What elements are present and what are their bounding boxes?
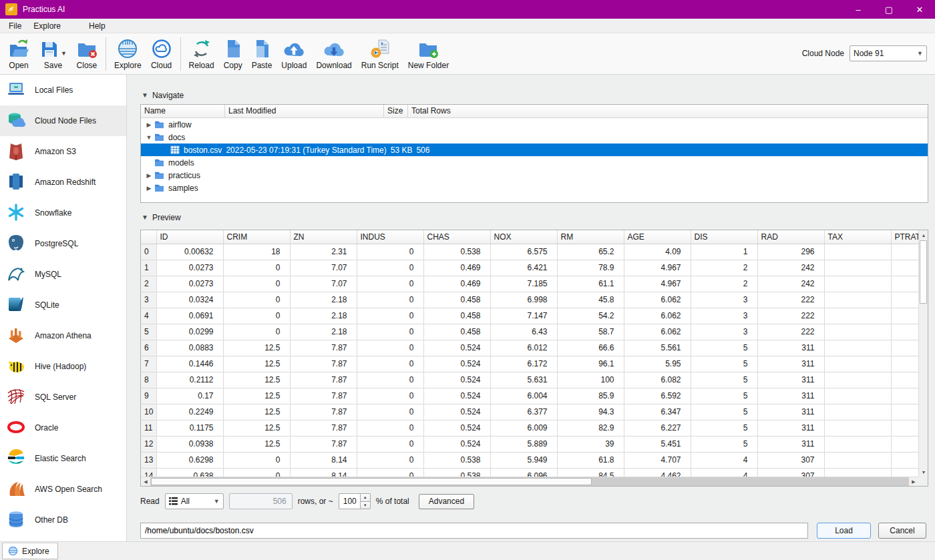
- download-button[interactable]: Download: [311, 36, 356, 71]
- preview-cell[interactable]: 6.062: [624, 324, 691, 340]
- reload-button[interactable]: Reload: [184, 36, 219, 71]
- preview-cell[interactable]: 65.2: [557, 244, 624, 260]
- preview-cell[interactable]: [891, 308, 918, 324]
- scroll-down-icon[interactable]: ▼: [919, 467, 928, 477]
- preview-cell[interactable]: 0: [223, 452, 290, 468]
- preview-cell[interactable]: 0.0273: [156, 260, 223, 276]
- preview-cell[interactable]: [824, 436, 891, 452]
- preview-cell[interactable]: 0.469: [423, 260, 490, 276]
- sidebar-item-oracle[interactable]: Oracle: [0, 412, 126, 443]
- preview-cell[interactable]: 5.631: [490, 372, 557, 388]
- percent-value[interactable]: 100: [339, 493, 360, 509]
- preview-cell[interactable]: [824, 468, 891, 477]
- preview-cell[interactable]: [891, 276, 918, 292]
- preview-cell[interactable]: 5: [691, 372, 757, 388]
- preview-cell[interactable]: 5: [691, 404, 757, 420]
- preview-cell[interactable]: 0: [223, 276, 290, 292]
- preview-cell[interactable]: 311: [757, 436, 824, 452]
- sidebar-item-amazon-redshift[interactable]: Amazon Redshift: [0, 167, 126, 198]
- row-index-cell[interactable]: 11: [141, 420, 156, 436]
- preview-cell[interactable]: [891, 388, 918, 404]
- preview-cell[interactable]: 39: [557, 436, 624, 452]
- preview-cell[interactable]: 100: [557, 372, 624, 388]
- preview-cell[interactable]: 0.538: [423, 452, 490, 468]
- preview-cell[interactable]: 0.0691: [156, 308, 223, 324]
- tree-row-samples[interactable]: ▶ samples: [141, 182, 928, 194]
- scroll-right-icon[interactable]: ▶: [909, 477, 918, 487]
- preview-cell[interactable]: 7.07: [290, 276, 357, 292]
- preview-cell[interactable]: 0: [223, 324, 290, 340]
- run-script-button[interactable]: Run Script: [357, 36, 403, 71]
- preview-cell[interactable]: 0.524: [423, 420, 490, 436]
- preview-cell[interactable]: 0.0273: [156, 276, 223, 292]
- preview-cell[interactable]: 8.14: [290, 452, 357, 468]
- preview-column-header-age[interactable]: AGE: [624, 230, 691, 244]
- preview-cell[interactable]: 8.14: [290, 468, 357, 477]
- preview-cell[interactable]: 84.5: [557, 468, 624, 477]
- preview-cell[interactable]: 0.17: [156, 388, 223, 404]
- preview-cell[interactable]: 6.062: [624, 308, 691, 324]
- preview-cell[interactable]: 0.458: [423, 292, 490, 308]
- preview-cell[interactable]: 0: [357, 260, 423, 276]
- expander-collapsed-icon[interactable]: ▶: [145, 172, 153, 179]
- preview-cell[interactable]: 7.07: [290, 260, 357, 276]
- preview-cell[interactable]: 6.227: [624, 420, 691, 436]
- save-button[interactable]: ▼ Save: [35, 36, 71, 71]
- scroll-left-icon[interactable]: ◀: [141, 477, 150, 487]
- preview-cell[interactable]: 12.5: [223, 420, 290, 436]
- preview-cell[interactable]: 7.147: [490, 308, 557, 324]
- preview-cell[interactable]: 0.524: [423, 436, 490, 452]
- row-index-cell[interactable]: 6: [141, 340, 156, 356]
- preview-cell[interactable]: 5.949: [490, 452, 557, 468]
- preview-cell[interactable]: [824, 292, 891, 308]
- preview-cell[interactable]: [824, 372, 891, 388]
- preview-cell[interactable]: 6.172: [490, 356, 557, 372]
- row-index-cell[interactable]: 2: [141, 276, 156, 292]
- preview-cell[interactable]: 82.9: [557, 420, 624, 436]
- preview-cell[interactable]: 4: [691, 452, 757, 468]
- preview-cell[interactable]: 7.87: [290, 404, 357, 420]
- preview-cell[interactable]: 12.5: [223, 436, 290, 452]
- row-index-cell[interactable]: 5: [141, 324, 156, 340]
- preview-cell[interactable]: 307: [757, 452, 824, 468]
- open-button[interactable]: Open: [3, 36, 35, 71]
- preview-cell[interactable]: [824, 308, 891, 324]
- preview-cell[interactable]: 222: [757, 308, 824, 324]
- preview-cell[interactable]: [824, 388, 891, 404]
- preview-cell[interactable]: 2.18: [290, 292, 357, 308]
- preview-cell[interactable]: 311: [757, 388, 824, 404]
- sidebar-item-other-db[interactable]: Other DB: [0, 505, 126, 535]
- preview-cell[interactable]: 0.638: [156, 468, 223, 477]
- preview-cell[interactable]: 5: [691, 436, 757, 452]
- preview-cell[interactable]: 12.5: [223, 356, 290, 372]
- preview-cell[interactable]: 78.9: [557, 260, 624, 276]
- preview-cell[interactable]: 61.8: [557, 452, 624, 468]
- row-index-cell[interactable]: 3: [141, 292, 156, 308]
- preview-cell[interactable]: 7.87: [290, 436, 357, 452]
- preview-cell[interactable]: 222: [757, 324, 824, 340]
- sidebar-item-sql-server[interactable]: SQL Server: [0, 382, 126, 412]
- preview-collapse-icon[interactable]: ▼: [142, 214, 148, 221]
- preview-cell[interactable]: [824, 356, 891, 372]
- preview-cell[interactable]: 54.2: [557, 308, 624, 324]
- preview-cell[interactable]: 0.1175: [156, 420, 223, 436]
- cancel-button[interactable]: Cancel: [878, 523, 926, 539]
- preview-cell[interactable]: 0.524: [423, 372, 490, 388]
- sidebar-item-amazon-s3[interactable]: Amazon S3: [0, 136, 126, 167]
- preview-cell[interactable]: 85.9: [557, 388, 624, 404]
- percent-spinner[interactable]: 100 ▲ ▼: [339, 493, 371, 509]
- preview-cell[interactable]: 12.5: [223, 372, 290, 388]
- preview-cell[interactable]: 0: [357, 468, 423, 477]
- preview-cell[interactable]: 0: [357, 276, 423, 292]
- preview-cell[interactable]: 6.347: [624, 404, 691, 420]
- row-index-header[interactable]: [141, 230, 156, 244]
- preview-cell[interactable]: 242: [757, 276, 824, 292]
- sidebar-item-sqlite[interactable]: SQLite: [0, 290, 126, 320]
- preview-cell[interactable]: 0.0324: [156, 292, 223, 308]
- row-index-cell[interactable]: 8: [141, 372, 156, 388]
- preview-cell[interactable]: 0.458: [423, 308, 490, 324]
- preview-cell[interactable]: 0.524: [423, 340, 490, 356]
- preview-cell[interactable]: 6.012: [490, 340, 557, 356]
- preview-cell[interactable]: 7.87: [290, 420, 357, 436]
- preview-cell[interactable]: 4.09: [624, 244, 691, 260]
